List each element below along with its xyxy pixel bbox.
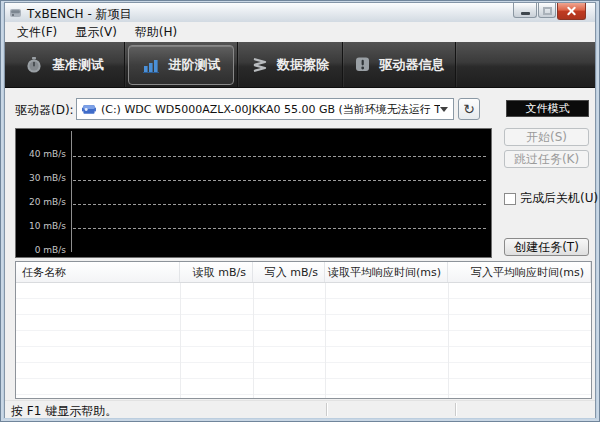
- start-button-label: 开始(S): [526, 129, 567, 146]
- window-frame: TxBENCH - 新项目 文件(F) 显示(V) 帮助(H): [4, 2, 596, 418]
- drive-select-value: (C:) WDC WD5000AZLX-00JKKA0 55.00 GB (当前…: [101, 102, 440, 117]
- minimize-button[interactable]: [513, 3, 537, 18]
- window: TxBENCH - 新项目 文件(F) 显示(V) 帮助(H): [0, 0, 600, 422]
- tab-divider: [455, 42, 456, 87]
- file-mode-button[interactable]: 文件模式: [506, 100, 589, 117]
- chart-y-axis: [71, 131, 72, 252]
- window-title: TxBENCH - 新项目: [27, 6, 132, 23]
- tab-erase[interactable]: 数据擦除: [238, 42, 342, 87]
- create-task-button-label: 创建任务(T): [514, 239, 579, 256]
- task-table: 任务名称 读取 mB/s 写入 mB/s 读取平均响应时间(ms) 写入平均响应…: [15, 261, 592, 399]
- tab-benchmark[interactable]: 基准测试: [5, 42, 124, 87]
- shutdown-checkbox[interactable]: [504, 193, 516, 205]
- column-header-read-latency[interactable]: 读取平均响应时间(ms): [325, 262, 448, 282]
- maximize-button[interactable]: [538, 3, 556, 18]
- toolbar: 基准测试 进阶测试 数据擦除: [5, 42, 595, 88]
- chart-tick-label: 30 mB/s: [18, 173, 66, 183]
- drive-label: 驱动器(D):: [15, 102, 74, 119]
- bar-chart-icon: [142, 56, 160, 74]
- statusbar-separator: [455, 403, 456, 416]
- column-header-write-speed[interactable]: 写入 mB/s: [253, 262, 325, 282]
- drive-select[interactable]: (C:) WDC WD5000AZLX-00JKKA0 55.00 GB (当前…: [76, 98, 454, 120]
- chart-tick-label: 20 mB/s: [18, 197, 66, 207]
- file-mode-label: 文件模式: [526, 101, 570, 116]
- column-separator: [325, 283, 326, 398]
- column-header-read-speed[interactable]: 读取 mB/s: [180, 262, 253, 282]
- column-separator: [448, 283, 449, 398]
- statusbar: 按 F1 键显示帮助。: [5, 400, 595, 418]
- speed-chart: 40 mB/s 30 mB/s 20 mB/s 10 mB/s 0 mB/s: [15, 128, 492, 258]
- table-header: 任务名称 读取 mB/s 写入 mB/s 读取平均响应时间(ms) 写入平均响应…: [16, 262, 591, 283]
- chart-tick-label: 40 mB/s: [18, 149, 66, 159]
- maximize-icon: [543, 7, 552, 15]
- dropdown-arrow-icon[interactable]: [440, 107, 448, 112]
- minimize-icon: [521, 12, 530, 15]
- statusbar-separator: [326, 403, 327, 416]
- tab-label: 进阶测试: [169, 56, 221, 74]
- chart-gridline: [73, 180, 486, 181]
- chart-gridline: [73, 156, 486, 157]
- refresh-icon: ↻: [463, 101, 475, 117]
- menu-item-help[interactable]: 帮助(H): [126, 22, 186, 43]
- chart-tick-label: 0 mB/s: [18, 245, 66, 255]
- column-separator: [180, 283, 181, 398]
- stopwatch-icon: [25, 56, 43, 74]
- column-header-task-name[interactable]: 任务名称: [16, 262, 180, 282]
- create-task-button[interactable]: 创建任务(T): [504, 238, 589, 256]
- tab-label: 驱动器信息: [380, 56, 445, 74]
- close-icon: [566, 6, 577, 17]
- titlebar: TxBENCH - 新项目: [5, 3, 595, 22]
- menu-item-file[interactable]: 文件(F): [8, 22, 66, 43]
- tab-label: 基准测试: [52, 56, 104, 74]
- chart-tick-label: 10 mB/s: [18, 221, 66, 231]
- start-button[interactable]: 开始(S): [504, 128, 589, 146]
- tab-divider: [124, 42, 125, 87]
- menubar: 文件(F) 显示(V) 帮助(H): [5, 22, 595, 42]
- refresh-button[interactable]: ↻: [458, 98, 480, 120]
- app-icon: [9, 6, 22, 19]
- shutdown-checkbox-label: 完成后关机(U): [520, 190, 598, 207]
- chart-gridline: [73, 228, 486, 229]
- status-text: 按 F1 键显示帮助。: [11, 403, 117, 420]
- tab-advanced[interactable]: 进阶测试: [128, 45, 234, 85]
- close-button[interactable]: [557, 3, 586, 20]
- column-separator: [253, 283, 254, 398]
- column-header-write-latency[interactable]: 写入平均响应时间(ms): [448, 262, 591, 282]
- erase-icon: [251, 57, 268, 73]
- skip-task-button-label: 跳过任务(K): [514, 151, 579, 168]
- tab-drive-info[interactable]: 驱动器信息: [343, 42, 455, 87]
- chart-gridline: [73, 204, 486, 205]
- tab-label: 数据擦除: [277, 56, 329, 74]
- disk-icon: [82, 104, 96, 115]
- menu-item-view[interactable]: 显示(V): [66, 22, 126, 43]
- skip-task-button[interactable]: 跳过任务(K): [504, 150, 589, 168]
- task-table-body[interactable]: [16, 283, 591, 398]
- drive-info-icon: [354, 56, 371, 73]
